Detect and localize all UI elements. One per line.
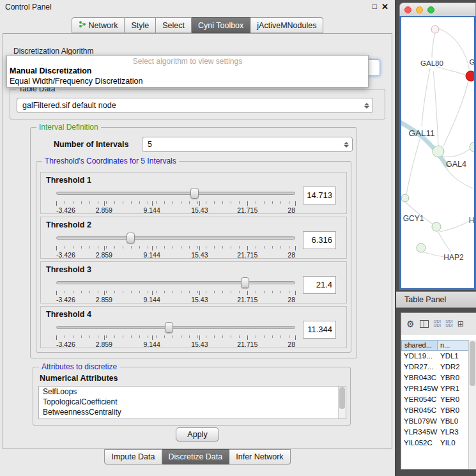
stepper-icon: [342, 142, 352, 148]
cyni-toolbox-panel: Discretization Algorithm Select algorith…: [3, 33, 392, 449]
table-row[interactable]: YLR345WYLR3: [401, 427, 476, 438]
list-item[interactable]: SelfLoops: [39, 387, 346, 397]
slider-handle[interactable]: [241, 277, 249, 288]
select-rows-icon[interactable]: ☑☑ ☑☑: [445, 320, 452, 328]
table-row[interactable]: YBL079WYBL0: [401, 416, 476, 427]
window-title: Control Panel: [5, 3, 52, 12]
scrollbar-thumb[interactable]: [470, 341, 475, 386]
network-canvas[interactable]: GAL80 G GAL11 GAL4 GCY1 H HAP2: [399, 16, 476, 290]
attributes-group: Attributes to discretize Numerical Attri…: [33, 367, 351, 426]
network-window-titlebar: [399, 3, 476, 16]
threshold-label: Threshold 2: [46, 220, 91, 229]
threshold-slider[interactable]: -3.426 2.859 9.144 15.43 21.715 28: [56, 188, 295, 213]
column-header[interactable]: shared...: [401, 340, 438, 351]
close-window-icon[interactable]: ✕: [381, 2, 388, 12]
table-row[interactable]: YDL19...YDL1: [401, 351, 476, 362]
network-node[interactable]: [401, 194, 409, 202]
threshold-slider[interactable]: -3.426 2.859 9.144 15.43 21.715 28: [56, 322, 295, 348]
list-item[interactable]: BetweennessCentrality: [39, 407, 346, 417]
threshold-value-field[interactable]: 6.316: [303, 231, 336, 249]
tab-discretize-data[interactable]: Discretize Data: [162, 449, 230, 464]
threshold-row-3: Threshold 3 -3.426 2.859 9.144 15.43 21.…: [40, 261, 347, 303]
columns-icon[interactable]: [420, 320, 429, 328]
tab-impute-data[interactable]: Impute Data: [104, 449, 162, 464]
tab-label: jActiveMNodules: [257, 21, 316, 30]
table-data-value: galFiltered.sif default node: [17, 101, 362, 110]
slider-handle[interactable]: [190, 188, 199, 199]
table-row[interactable]: YER054CYER0: [401, 394, 476, 405]
threshold-value-field[interactable]: 21.4: [303, 276, 336, 294]
bottom-tab-bar: Impute Data Discretize Data Infer Networ…: [0, 449, 395, 464]
network-node[interactable]: [433, 146, 444, 157]
thresholds-title: Threshold's Coordinates for 5 Intervals: [42, 157, 179, 165]
select-columns-icon[interactable]: ☑☑ ☑☑: [434, 320, 441, 328]
node-label: GAL80: [420, 59, 443, 67]
table-scrollbar[interactable]: [468, 340, 476, 469]
network-node[interactable]: [470, 142, 474, 152]
tab-network[interactable]: Network: [72, 17, 125, 33]
table-panel-title: Table Panel: [404, 295, 446, 304]
tab-style[interactable]: Style: [125, 17, 156, 33]
table-row[interactable]: YBR043CYBR0: [401, 372, 476, 383]
threshold-label: Threshold 4: [46, 310, 91, 319]
slider-scale: -3.426 2.859 9.144 15.43 21.715 28: [56, 341, 295, 348]
threshold-row-2: Threshold 2 -3.426 2.859 9.144 15.43 21.…: [40, 217, 347, 259]
minimize-traffic-light-icon[interactable]: [416, 6, 423, 13]
network-node[interactable]: [432, 222, 441, 231]
table-header-row: shared... n...: [401, 340, 476, 351]
interval-definition-group: Interval Definition Number of Intervals …: [30, 127, 357, 358]
scrollbar-thumb[interactable]: [339, 387, 345, 409]
apply-button[interactable]: Apply: [176, 427, 219, 441]
table-panel-header[interactable]: Table Panel: [396, 291, 476, 308]
float-window-icon[interactable]: □: [372, 2, 377, 11]
close-traffic-light-icon[interactable]: [404, 6, 411, 13]
threshold-value-field[interactable]: 11.344: [303, 321, 336, 339]
slider-handle[interactable]: [127, 233, 135, 243]
tab-cyni-toolbox[interactable]: Cyni Toolbox: [192, 17, 250, 33]
table-row[interactable]: YPR145WYPR1: [401, 383, 476, 394]
threshold-slider[interactable]: -3.426 2.859 9.144 15.43 21.715 28: [56, 233, 295, 258]
tab-label: Network: [89, 21, 118, 30]
table-cell: YPR145W: [401, 383, 438, 394]
network-icon: [79, 20, 86, 30]
slider-track[interactable]: [56, 192, 295, 195]
slider-track[interactable]: [56, 281, 295, 284]
threshold-row-4: Threshold 4 -3.426 2.859 9.144 15.43 21.…: [40, 306, 347, 348]
slider-track[interactable]: [56, 326, 295, 329]
slider-handle[interactable]: [165, 322, 173, 333]
tab-infer-network[interactable]: Infer Network: [229, 449, 290, 464]
algorithm-option-equal-width[interactable]: Equal Width/Frequency Discretization: [7, 76, 368, 86]
tab-select[interactable]: Select: [156, 17, 192, 33]
number-of-intervals-select[interactable]: 5: [142, 137, 353, 152]
table-cell: YDR27...: [401, 362, 438, 372]
table-row[interactable]: YDR27...YDR2: [401, 362, 476, 372]
table-data-select[interactable]: galFiltered.sif default node: [17, 98, 373, 113]
zoom-traffic-light-icon[interactable]: [427, 6, 434, 13]
gear-icon[interactable]: ⚙: [406, 319, 415, 329]
slider-scale: -3.426 2.859 9.144 15.43 21.715 28: [56, 206, 295, 214]
slider-ticks: [56, 201, 295, 206]
threshold-slider[interactable]: -3.426 2.859 9.144 15.43 21.715 28: [56, 277, 295, 303]
tab-label: Infer Network: [236, 452, 283, 461]
network-node[interactable]: [417, 243, 426, 252]
slider-scale: -3.426 2.859 9.144 15.43 21.715 28: [56, 251, 295, 259]
threshold-value-field[interactable]: 14.713: [303, 187, 336, 204]
slider-ticks: [56, 291, 295, 295]
threshold-label: Threshold 3: [46, 265, 91, 274]
slider-track[interactable]: [56, 236, 295, 240]
tab-label: Style: [131, 21, 149, 30]
top-tab-bar: Network Style Select Cyni Toolbox jActiv…: [0, 17, 395, 33]
algorithm-option-manual[interactable]: Manual Discretization: [7, 65, 368, 76]
add-column-icon[interactable]: ⊞: [457, 319, 464, 328]
node-label: G: [470, 58, 474, 66]
number-of-intervals-value: 5: [142, 140, 342, 149]
attributes-list[interactable]: SelfLoops TopologicalCoefficient Between…: [38, 386, 346, 419]
network-node[interactable]: [431, 26, 439, 33]
tab-jactivemnodules[interactable]: jActiveMNodules: [250, 17, 323, 33]
network-node-selected[interactable]: [466, 71, 474, 81]
table-row[interactable]: YIL052CYIL0: [401, 438, 476, 449]
table-row[interactable]: YBR045CYBR0: [401, 405, 476, 416]
list-item[interactable]: TopologicalCoefficient: [39, 397, 346, 407]
attributes-scrollbar[interactable]: [338, 387, 346, 418]
highlighted-edge: [401, 121, 447, 167]
